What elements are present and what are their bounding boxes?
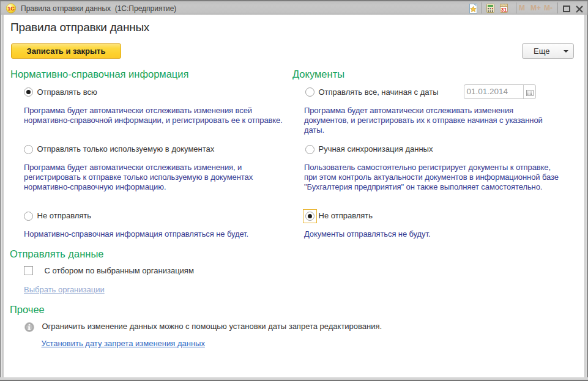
svg-text:1C: 1C (7, 6, 15, 12)
svg-text:31: 31 (501, 7, 507, 13)
